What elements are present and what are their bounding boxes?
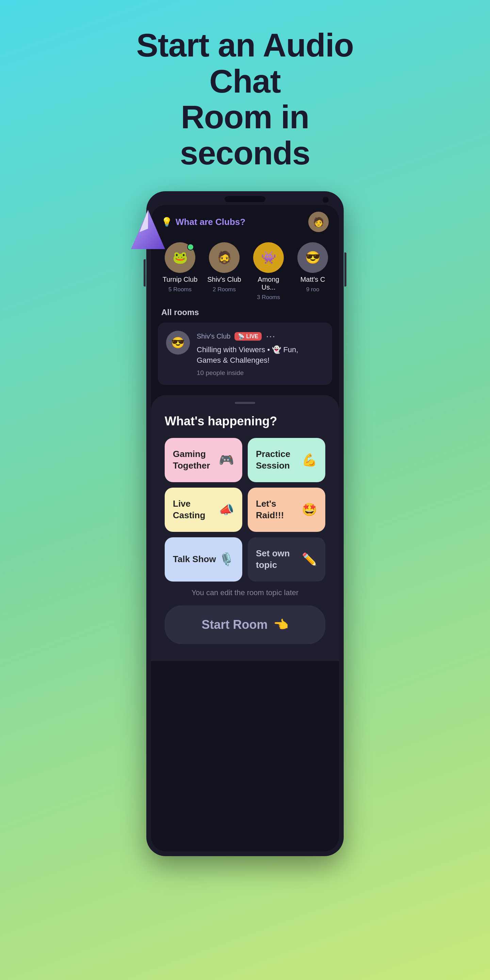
profile-avatar[interactable]: 🧑	[308, 212, 329, 232]
phone-screen: 💡 What are Clubs? 🧑 🐸 Turnip Club 5 Room…	[151, 205, 339, 851]
phone-mockup: 💡 What are Clubs? 🧑 🐸 Turnip Club 5 Room…	[146, 191, 344, 856]
all-rooms-label: All rooms	[151, 308, 339, 323]
club-rooms: 5 Rooms	[169, 286, 192, 293]
room-info: Shiv's Club 📡 LIVE ⋯ Chilling with Viewe…	[197, 331, 324, 377]
topic-emoji-raid: 🤩	[302, 503, 317, 517]
start-room-button[interactable]: Start Room 👈	[165, 605, 325, 644]
club-name: Matt's C	[301, 275, 325, 283]
club-name: Turnip Club	[163, 275, 198, 283]
topic-gaming-together[interactable]: Gaming Together 🎮	[165, 438, 242, 482]
topic-set-own[interactable]: Set own topic ✏️	[248, 537, 325, 582]
topic-label: Live Casting	[173, 498, 219, 521]
club-rooms: 9 roo	[306, 286, 320, 293]
club-avatar: 🧔	[209, 242, 240, 273]
topic-label: Practice Session	[256, 449, 302, 472]
party-hat-icon	[126, 208, 170, 253]
clubs-link-label: What are Clubs?	[176, 217, 245, 227]
topic-emoji-gaming: 🎮	[219, 453, 234, 467]
topic-label: Talk Show	[173, 554, 219, 565]
live-label: LIVE	[246, 334, 258, 340]
sheet-title: What's happening?	[165, 414, 325, 428]
room-description: Chilling with Viewers • 👻 Fun, Games & C…	[197, 345, 324, 366]
room-people: 10 people inside	[197, 369, 324, 377]
club-rooms: 3 Rooms	[257, 294, 280, 301]
topics-grid: Gaming Together 🎮 Practice Session 💪 Liv…	[165, 438, 325, 582]
topic-emoji-practice: 💪	[302, 453, 317, 467]
topic-emoji-live: 📣	[219, 503, 234, 517]
svg-marker-1	[140, 210, 148, 232]
club-avatar: 😎	[298, 242, 328, 273]
club-item[interactable]: 👾 Among Us... 3 Rooms	[250, 242, 287, 301]
topic-label: Gaming Together	[173, 449, 219, 472]
topic-label: Let's Raid!!!	[256, 498, 302, 521]
clubs-row: 🐸 Turnip Club 5 Rooms 🧔 Shiv's Club 2 Ro…	[151, 235, 339, 308]
phone-notch	[151, 196, 339, 202]
room-card[interactable]: 😎 Shiv's Club 📡 LIVE ⋯ Chilling with Vie…	[158, 323, 332, 385]
topic-lets-raid[interactable]: Let's Raid!!! 🤩	[248, 488, 325, 532]
club-item[interactable]: 😎 Matt's C 9 roo	[294, 242, 331, 301]
room-avatar: 😎	[166, 331, 190, 355]
start-room-label: Start Room	[202, 617, 267, 632]
phone-camera	[323, 197, 329, 203]
page-headline: Start an Audio Chat Room in seconds	[126, 27, 364, 171]
phone-pill	[224, 196, 266, 202]
club-item[interactable]: 🧔 Shiv's Club 2 Rooms	[205, 242, 243, 301]
topic-emoji-talk: 🎙️	[219, 552, 234, 566]
phone-outer: 💡 What are Clubs? 🧑 🐸 Turnip Club 5 Room…	[146, 191, 344, 856]
clubs-link[interactable]: 💡 What are Clubs?	[161, 217, 245, 227]
share-icon[interactable]: ⋯	[266, 331, 275, 342]
topic-label: Set own topic	[256, 548, 302, 571]
live-badge: 📡 LIVE	[234, 332, 262, 340]
start-room-emoji: 👈	[273, 617, 288, 632]
bottom-sheet: What's happening? Gaming Together 🎮 Prac…	[151, 395, 339, 661]
topic-live-casting[interactable]: Live Casting 📣	[165, 488, 242, 532]
app-header: 💡 What are Clubs? 🧑	[151, 205, 339, 235]
topic-emoji-own: ✏️	[302, 552, 317, 566]
room-club-name: Shiv's Club	[197, 332, 231, 340]
club-name: Shiv's Club	[207, 275, 241, 283]
sheet-handle	[235, 402, 255, 404]
club-avatar: 👾	[253, 242, 284, 273]
live-icon: 📡	[238, 333, 245, 340]
edit-hint: You can edit the room topic later	[165, 588, 325, 597]
room-title-row: Shiv's Club 📡 LIVE ⋯	[197, 331, 324, 342]
club-name: Among Us...	[250, 275, 287, 291]
club-rooms: 2 Rooms	[213, 286, 236, 293]
topic-practice-session[interactable]: Practice Session 💪	[248, 438, 325, 482]
topic-talk-show[interactable]: Talk Show 🎙️	[165, 537, 242, 582]
